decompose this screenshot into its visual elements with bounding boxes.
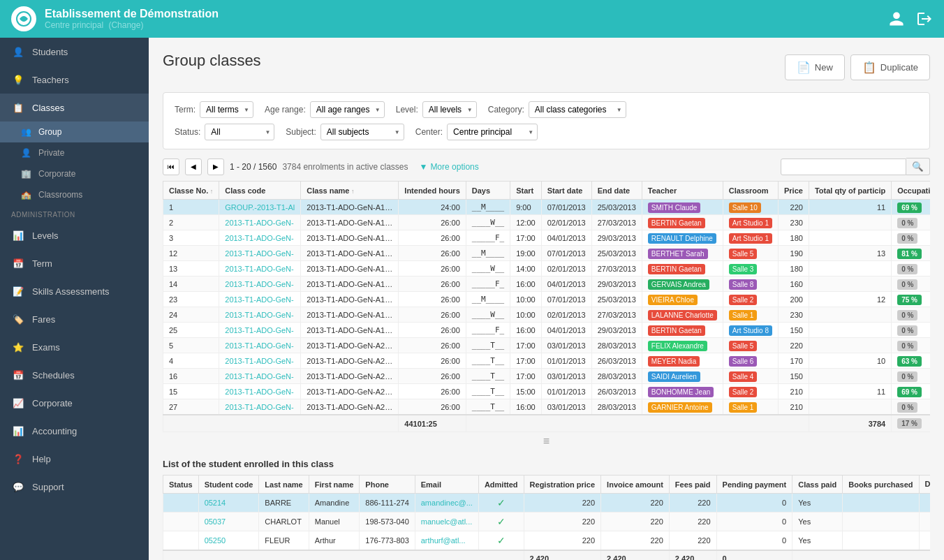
cell-start-date: 07/01/2013	[541, 246, 591, 261]
cell-price: 210	[779, 384, 809, 399]
student-table-row[interactable]: 05214 BARRE Amandine 886-111-274 amandin…	[163, 494, 931, 513]
cell-no: 3	[163, 230, 219, 246]
age-range-select[interactable]: All age ranges	[310, 101, 385, 118]
prev-page-button[interactable]: ◀	[185, 159, 202, 175]
sidebar-item-levels[interactable]: 📊 Levels	[0, 221, 149, 249]
sidebar-item-skills[interactable]: 📝 Skills Assessments	[0, 277, 149, 305]
duplicate-button[interactable]: 📋 Duplicate	[850, 54, 930, 80]
sidebar-item-classes[interactable]: 📋 Classes	[0, 94, 149, 121]
sidebar-item-corporate[interactable]: 🏢 Corporate	[0, 163, 149, 184]
col-days[interactable]: Days	[466, 182, 510, 200]
sidebar-item-group[interactable]: 👥 Group	[0, 121, 149, 142]
student-col-email[interactable]: Email	[415, 476, 478, 494]
level-label: Level:	[396, 105, 418, 115]
subject-select[interactable]: All subjects	[320, 124, 404, 140]
cell-total	[809, 215, 891, 230]
cell-name: 2013-T1-ADO-GeN-A2.2-I	[301, 369, 399, 384]
student-col-pending[interactable]: Pending payment	[716, 476, 792, 494]
center-select[interactable]: Centre principal	[447, 124, 538, 140]
student-col-fees[interactable]: Fees paid	[669, 476, 716, 494]
sidebar-item-accounting[interactable]: 📊 Accounting	[0, 417, 149, 445]
new-button[interactable]: 📄 New	[785, 54, 845, 80]
student-cell-fees: 220	[669, 513, 716, 531]
sidebar-item-classrooms[interactable]: 🏫 Classrooms	[0, 184, 149, 205]
student-col-invoice[interactable]: Invoice amount	[601, 476, 670, 494]
table-row[interactable]: 15 2013-T1-ADO-GeN- 2013-T1-ADO-GeN-A2.2…	[163, 384, 931, 399]
table-row[interactable]: 5 2013-T1-ADO-GeN- 2013-T1-ADO-GeN-A2.1-…	[163, 338, 931, 353]
change-link[interactable]: (Change)	[108, 20, 143, 30]
student-col-dropping[interactable]: Dropping out ⚙	[919, 476, 930, 494]
col-total[interactable]: Total qty of particip	[809, 182, 891, 200]
sidebar-item-exams[interactable]: ⭐ Exams	[0, 333, 149, 361]
student-col-lastname[interactable]: Last name	[259, 476, 309, 494]
student-col-admitted[interactable]: Admitted	[478, 476, 524, 494]
col-no[interactable]: Classe No.	[163, 182, 219, 200]
col-start-date[interactable]: Start date	[541, 182, 591, 200]
sidebar-item-students[interactable]: 👤 Students	[0, 38, 149, 66]
search-input[interactable]	[781, 159, 906, 175]
cell-code: 2013-T1-ADO-GeN-	[219, 338, 301, 353]
student-col-regprice[interactable]: Registration price	[524, 476, 601, 494]
table-row[interactable]: 3 2013-T1-ADO-GeN- 2013-T1-ADO-GeN-A1.1-…	[163, 230, 931, 246]
col-hours[interactable]: Intended hours	[399, 182, 466, 200]
sidebar-item-schedules[interactable]: 📅 Schedules	[0, 361, 149, 389]
col-code[interactable]: Class code	[219, 182, 301, 200]
table-row[interactable]: 14 2013-T1-ADO-GeN- 2013-T1-ADO-GeN-A1.2…	[163, 277, 931, 292]
student-table-row[interactable]: 05037 CHARLOT Manuel 198-573-040 manuelc…	[163, 513, 931, 531]
cell-price: 150	[779, 369, 809, 384]
sidebar-item-teachers[interactable]: 💡 Teachers	[0, 66, 149, 94]
student-col-firstname[interactable]: First name	[309, 476, 360, 494]
col-end-date[interactable]: End date	[591, 182, 642, 200]
col-price[interactable]: Price	[779, 182, 809, 200]
student-col-classpaid[interactable]: Class paid	[792, 476, 843, 494]
table-row[interactable]: 1 GROUP.-2013-T1-Al 2013-T1-ADO-GeN-A1.1…	[163, 200, 931, 215]
cell-start-date: 04/01/2013	[541, 323, 591, 338]
table-row[interactable]: 12 2013-T1-ADO-GeN- 2013-T1-ADO-GeN-A1.2…	[163, 246, 931, 261]
student-col-code[interactable]: Student code	[198, 476, 259, 494]
term-select[interactable]: All terms	[200, 101, 253, 118]
first-page-button[interactable]: ⏮	[163, 159, 179, 175]
sidebar-item-fares[interactable]: 🏷️ Fares	[0, 305, 149, 333]
sidebar-item-help[interactable]: ❓ Help	[0, 445, 149, 473]
student-cell-code: 05214	[198, 494, 259, 513]
col-occ[interactable]: Occupational rate	[892, 182, 930, 200]
status-select[interactable]: All	[205, 124, 274, 140]
col-classroom[interactable]: Classroom	[723, 182, 778, 200]
footer-spacer	[163, 415, 399, 432]
table-row[interactable]: 4 2013-T1-ADO-GeN- 2013-T1-ADO-GeN-A2.1-…	[163, 353, 931, 369]
sidebar-item-support[interactable]: 💬 Support	[0, 473, 149, 501]
sidebar-item-private[interactable]: 👤 Private	[0, 142, 149, 163]
next-page-button[interactable]: ▶	[207, 159, 224, 175]
cell-classroom: Salle 10	[723, 200, 778, 215]
more-options-button[interactable]: ▼ More options	[419, 162, 478, 172]
sidebar-item-corporate-main[interactable]: 📈 Corporate	[0, 389, 149, 417]
cell-price: 200	[779, 292, 809, 307]
cell-occ: 0 %	[892, 307, 930, 323]
student-col-books[interactable]: Books purchased	[843, 476, 919, 494]
table-row[interactable]: 25 2013-T1-ADO-GeN- 2013-T1-ADO-GeN-A1.3…	[163, 323, 931, 338]
logout-icon[interactable]	[916, 10, 933, 27]
table-row[interactable]: 23 2013-T1-ADO-GeN- 2013-T1-ADO-GeN-A1.3…	[163, 292, 931, 307]
student-col-phone[interactable]: Phone	[360, 476, 415, 494]
cell-code: 2013-T1-ADO-GeN-	[219, 353, 301, 369]
table-row[interactable]: 13 2013-T1-ADO-GeN- 2013-T1-ADO-GeN-A1.2…	[163, 261, 931, 277]
col-start[interactable]: Start	[510, 182, 542, 200]
table-row[interactable]: 16 2013-T1-ADO-GeN- 2013-T1-ADO-GeN-A2.2…	[163, 369, 931, 384]
cell-occ: 75 %	[892, 292, 930, 307]
col-teacher[interactable]: Teacher	[642, 182, 723, 200]
table-row[interactable]: 27 2013-T1-ADO-GeN- 2013-T1-ADO-GeN-A2.3…	[163, 399, 931, 415]
cell-price: 230	[779, 215, 809, 230]
cell-hours: 26:00	[399, 277, 466, 292]
term-filter: Term: All terms	[175, 101, 253, 118]
table-row[interactable]: 24 2013-T1-ADO-GeN- 2013-T1-ADO-GeN-A1.3…	[163, 307, 931, 323]
level-select[interactable]: All levels	[422, 101, 477, 118]
table-row[interactable]: 2 2013-T1-ADO-GeN- 2013-T1-ADO-GeN-A1.1-…	[163, 215, 931, 230]
col-name[interactable]: Class name	[301, 182, 399, 200]
filter-row-2: Status: All Subject: All subjects	[175, 124, 918, 140]
student-col-status[interactable]: Status	[163, 476, 199, 494]
sidebar-item-term[interactable]: 📅 Term	[0, 249, 149, 277]
search-button[interactable]: 🔍	[906, 158, 930, 175]
user-icon[interactable]	[888, 10, 905, 27]
category-select[interactable]: All class categories	[529, 101, 626, 118]
student-table-row[interactable]: 05250 FLEUR Arthur 176-773-803 arthurf@a…	[163, 531, 931, 551]
